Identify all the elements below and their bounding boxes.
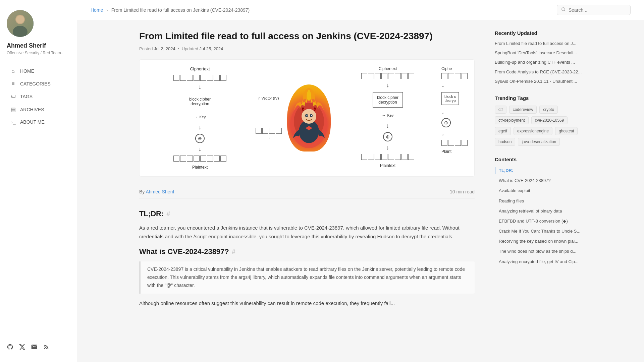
- sidebar-item-archives[interactable]: ▤ ARCHIVES: [7, 104, 70, 115]
- email-link[interactable]: [31, 344, 38, 352]
- iv-arrow: →: [267, 136, 271, 140]
- cve-body: CVE-2024-23897 is a critical vulnerabili…: [147, 265, 468, 289]
- arrow-1c: ↓: [199, 146, 202, 153]
- author-link[interactable]: Ahmed Sherif: [146, 189, 174, 194]
- cipher-block-1: Ciphertext ↓ block cipherdecryption →Key…: [146, 66, 254, 170]
- contents-widget: Contents TL;DR: What is CVE-2024-23897? …: [495, 157, 582, 265]
- bit-row-top-1: [173, 75, 226, 81]
- sidebar-label-about: ABOUT ME: [20, 119, 45, 125]
- contents-link-2[interactable]: Available exploit: [495, 187, 582, 194]
- svg-point-4: [16, 15, 24, 23]
- sidebar-link-archives[interactable]: ▤ ARCHIVES: [7, 104, 70, 115]
- recent-link-0[interactable]: From Limited file read to full access on…: [495, 41, 582, 47]
- twitter-link[interactable]: [19, 344, 25, 352]
- read-time: 10 min read: [450, 189, 475, 194]
- tag-crypto[interactable]: crypto: [539, 106, 558, 114]
- ciphertext-label-3: Ciphe: [441, 66, 452, 71]
- author-info: By Ahmed Sherif: [139, 189, 174, 194]
- sidebar-link-categories[interactable]: ≡ CATEGORIES: [7, 78, 70, 89]
- sidebar-link-about[interactable]: ›_ ABOUT ME: [7, 117, 70, 127]
- tag-ctf[interactable]: ctf: [495, 106, 506, 114]
- sidebar-link-tags[interactable]: 🏷 TAGS: [7, 91, 70, 102]
- tag-ctf-deployment[interactable]: ctf-deployment: [495, 116, 529, 124]
- main-content: Home › From Limited file read to full ac…: [77, 0, 644, 362]
- tag-java-deserialization[interactable]: java-deserialization: [518, 138, 560, 146]
- tag-codereview[interactable]: codereview: [509, 106, 537, 114]
- contents-link-8[interactable]: The wind does not blow as the ships d...: [495, 248, 582, 255]
- archives-icon: ▤: [10, 106, 16, 113]
- svg-point-10: [302, 109, 316, 124]
- arrow-3a: ↓: [441, 82, 444, 89]
- tag-egctf[interactable]: egctf: [495, 127, 511, 135]
- xor-2: ⊕: [383, 132, 392, 141]
- recent-link-4[interactable]: SysAid On-Premise 20.1.11 - Unauthenti..…: [495, 78, 582, 84]
- block-cipher-box-2: block cipherdecryption: [373, 92, 403, 108]
- sidebar-item-home[interactable]: ⌂ HOME: [7, 65, 70, 77]
- by-label: By: [139, 189, 145, 194]
- search-input[interactable]: [569, 7, 626, 13]
- posted-date: Jul 2, 2024: [154, 46, 175, 51]
- arrow-2c: ↓: [386, 144, 389, 151]
- contents-link-3[interactable]: Reading files: [495, 197, 582, 205]
- arrow-2b: ↓: [386, 122, 389, 129]
- contents-item-5: EFBFBD and UTF-8 conversion (◆): [495, 218, 582, 225]
- contents-link-0[interactable]: TL;DR:: [495, 167, 582, 174]
- github-link[interactable]: [7, 344, 13, 352]
- trending-tags-title: Trending Tags: [495, 95, 582, 101]
- breadcrumb-separator: ›: [106, 7, 108, 13]
- recent-link-2[interactable]: Building-up and organizing CTF events ..…: [495, 59, 582, 65]
- sidebar-item-tags[interactable]: 🏷 TAGS: [7, 91, 70, 102]
- sidebar-label-tags: TAGS: [20, 94, 33, 99]
- search-icon: [561, 7, 566, 13]
- cve-body2: Although online resources often suggest …: [139, 299, 475, 308]
- xor-1: ⊕: [195, 134, 205, 143]
- sidebar-nav: ⌂ HOME ≡ CATEGORIES 🏷 TAGS ▤ ARCHIVES ›: [7, 65, 70, 129]
- posted-label: Posted: [139, 46, 153, 51]
- contents-link-6[interactable]: Crack Me If You Can: Thanks to Uncle S..…: [495, 228, 582, 235]
- sidebar-link-home[interactable]: ⌂ HOME: [7, 65, 70, 77]
- contents-item-4: Analyzing retrieval of binary data: [495, 207, 582, 215]
- contents-link-5[interactable]: EFBFBD and UTF-8 conversion (◆): [495, 218, 582, 225]
- article-image: Ciphertext ↓ block cipherdecryption →Key…: [139, 59, 475, 177]
- bit-row-top-3: [441, 73, 468, 79]
- recent-link-3[interactable]: From Code Analysis to RCE (CVE-2023-22..…: [495, 69, 582, 75]
- sidebar-item-categories[interactable]: ≡ CATEGORIES: [7, 78, 70, 89]
- rss-link[interactable]: [43, 344, 50, 352]
- contents-link-4[interactable]: Analyzing retrieval of binary data: [495, 207, 582, 215]
- tldr-heading: TL;DR: #: [139, 209, 475, 218]
- right-sidebar: Recently Updated From Limited file read …: [488, 30, 582, 352]
- tldr-anchor[interactable]: #: [166, 210, 170, 218]
- bit-row-top-2: [361, 73, 414, 79]
- recently-updated-widget: Recently Updated From Limited file read …: [495, 30, 582, 84]
- breadcrumb: Home › From Limited file read to full ac…: [91, 7, 250, 13]
- sidebar: Ahmed Sherif Offensive Security / Red Te…: [0, 0, 77, 362]
- contents-link-1[interactable]: What is CVE-2024-23897?: [495, 177, 582, 184]
- tag-expressionengine[interactable]: expressionengine: [514, 127, 552, 135]
- recent-link-1[interactable]: SpringBoot 'DevTools' Insecure Deseriali…: [495, 50, 582, 56]
- contents-item-0: TL;DR:: [495, 167, 582, 174]
- cve-anchor[interactable]: #: [232, 248, 235, 256]
- tag-hudson[interactable]: hudson: [495, 138, 515, 146]
- sidebar-item-about[interactable]: ›_ ABOUT ME: [7, 117, 70, 127]
- contents-link-9[interactable]: Analyzing encrypted file, get IV and Cip…: [495, 258, 582, 265]
- cipher-block-2: Ciphertext ↓ block cipherdecryption →Key…: [334, 66, 441, 170]
- topbar: Home › From Limited file read to full ac…: [77, 0, 644, 20]
- contents-title: Contents: [495, 157, 582, 162]
- trending-tags-widget: Trending Tags ctf codereview crypto ctf-…: [495, 95, 582, 146]
- contents-item-9: Analyzing encrypted file, get IV and Cip…: [495, 258, 582, 265]
- iv-section: n Vector (IV) →: [254, 66, 284, 170]
- tags-icon: 🏷: [10, 94, 16, 100]
- contents-item-3: Reading files: [495, 197, 582, 205]
- breadcrumb-current: From Limited file read to full access on…: [111, 7, 250, 13]
- article-author-row: By Ahmed Sherif 10 min read: [139, 185, 475, 199]
- categories-icon: ≡: [10, 81, 16, 87]
- contents-link-7[interactable]: Recorving the key based on known plai...: [495, 238, 582, 245]
- tag-cve-2020-10569[interactable]: cve-2020-10569: [531, 116, 568, 124]
- svg-line-6: [565, 10, 566, 11]
- bit-row-bottom-2: [361, 154, 414, 160]
- sidebar-label-archives: ARCHIVES: [20, 107, 44, 112]
- arrow-1a: ↓: [199, 83, 202, 90]
- tag-ghostcat[interactable]: ghostcat: [555, 127, 578, 135]
- ciphertext-label-2: Ciphertext: [379, 66, 397, 71]
- breadcrumb-home[interactable]: Home: [91, 7, 103, 13]
